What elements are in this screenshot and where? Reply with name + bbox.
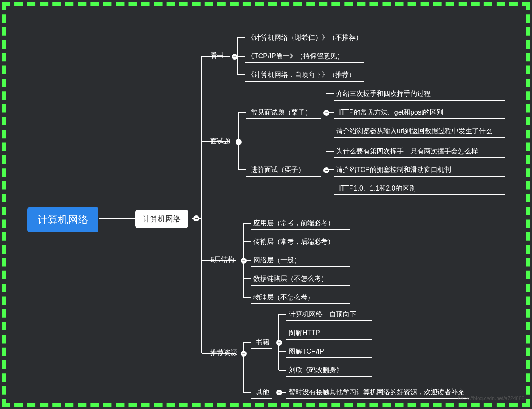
leaf-node[interactable]: 暂时没有接触其他学习计算机网络的好资源，欢迎读者补充 (289, 388, 464, 397)
leaf-node[interactable]: HTTP的常见方法、get和post的区别 (336, 108, 443, 117)
subroot-node[interactable]: 计算机网络 (135, 210, 188, 228)
collapse-icon[interactable]: − (276, 340, 282, 346)
leaf-node[interactable]: 《计算机网络：自顶向下》（推荐） (247, 71, 356, 79)
branch-resources-other[interactable]: 其他 (256, 388, 269, 397)
leaf-node[interactable]: 请介绍TCP的拥塞控制和滑动窗口机制 (336, 166, 451, 175)
collapse-icon[interactable]: − (232, 54, 238, 60)
leaf-node[interactable]: 网络层（一般） (253, 256, 301, 265)
leaf-node[interactable]: 应用层（常考，前端必考） (253, 219, 334, 228)
collapse-icon[interactable]: − (241, 258, 247, 264)
collapse-icon[interactable]: − (236, 139, 242, 145)
leaf-node[interactable]: 图解HTTP (289, 329, 320, 338)
leaf-node[interactable]: 为什么要有第四次挥手，只有两次握手会怎么样 (336, 147, 478, 156)
branch-resources[interactable]: 推荐资源 (210, 349, 237, 357)
collapse-icon[interactable]: − (241, 351, 247, 357)
leaf-node[interactable]: 传输层（常考，后端必考） (253, 237, 334, 246)
branch-layers[interactable]: 5层结构 (210, 256, 234, 264)
leaf-node[interactable]: 《TCP/IP卷一》（持保留意见） (247, 52, 344, 61)
leaf-node[interactable]: 图解TCP/IP (289, 347, 324, 356)
leaf-node[interactable]: 介绍三次握手和四次挥手的过程 (336, 90, 431, 98)
mindmap-connectors (0, 0, 532, 409)
root-node[interactable]: 计算机网络 (27, 207, 98, 232)
branch-interview[interactable]: 面试题 (210, 137, 231, 146)
leaf-node[interactable]: 请介绍浏览器从输入url到返回数据过程中发生了什么 (336, 127, 492, 136)
branch-resources-books[interactable]: 书籍 (256, 338, 269, 347)
collapse-icon[interactable]: − (276, 390, 282, 395)
collapse-icon[interactable]: − (323, 167, 329, 173)
watermark: https://blog.csdn.net/a724888 (458, 395, 524, 401)
branch-interview-advanced[interactable]: 进阶面试（栗子） (251, 166, 305, 175)
leaf-node[interactable]: HTTP1.0、1.1和2.0的区别 (336, 184, 416, 193)
leaf-node[interactable]: 计算机网络：自顶向下 (289, 310, 356, 319)
leaf-node[interactable]: 物理层（不怎么考） (253, 293, 314, 302)
collapse-icon[interactable]: − (323, 110, 329, 116)
branch-interview-common[interactable]: 常见面试题（栗子） (251, 108, 312, 117)
leaf-node[interactable]: 《计算机网络（谢希仁）》（不推荐） (247, 33, 362, 42)
collapse-icon[interactable]: − (193, 215, 199, 221)
leaf-node[interactable]: 刘欣《码农翻身》 (289, 366, 343, 375)
branch-books[interactable]: 看书 (210, 52, 224, 60)
leaf-node[interactable]: 数据链路层（不怎么考） (253, 275, 328, 284)
